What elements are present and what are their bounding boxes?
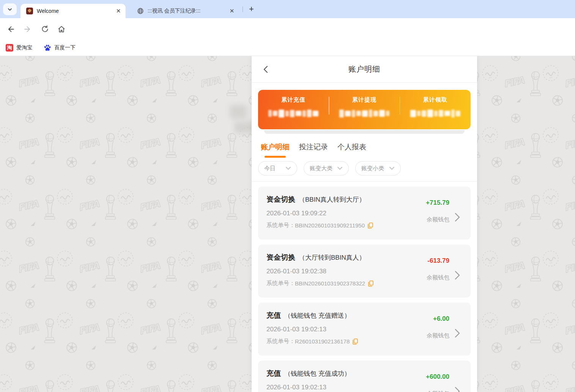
ball-pattern-icon — [125, 278, 140, 293]
row-chevron[interactable] — [449, 194, 465, 240]
card-stack-shadow — [264, 130, 465, 134]
chevron-down-icon — [389, 166, 395, 170]
browser-tab-betting-records[interactable]: :::视讯 会员下注纪录::: ✕ — [131, 4, 239, 18]
ball-pattern-icon — [489, 278, 504, 293]
badge-pattern-icon — [116, 187, 135, 207]
transaction-row[interactable]: 资金切换 （大厅转到BBIN真人） 2026-01-03 19:02:38 系统… — [258, 245, 471, 298]
order-number-value: BBIN202601031909211950 — [295, 222, 365, 229]
filter-major-type-select[interactable]: 账变大类 — [304, 161, 349, 176]
panel-header: 账户明细 — [252, 56, 477, 83]
tri-pattern-icon — [212, 160, 219, 165]
wallet-type: 余额钱包 — [401, 390, 449, 392]
close-icon[interactable]: ✕ — [228, 8, 235, 14]
ball-pattern-icon — [570, 359, 575, 372]
transaction-detail: （钱能钱包 充值赠送） — [284, 311, 351, 320]
ball-pattern-icon — [84, 359, 97, 372]
ball-pattern-icon — [186, 93, 200, 108]
transaction-detail: （钱能钱包 充值成功） — [284, 369, 351, 378]
bookmark-label: 百度一下 — [54, 44, 76, 51]
forward-button[interactable] — [22, 24, 33, 35]
copy-icon[interactable] — [368, 281, 373, 287]
ball-pattern-icon — [24, 359, 36, 372]
ball-pattern-icon — [125, 340, 140, 355]
summary-label: 累计领取 — [400, 96, 471, 103]
masked-amount — [336, 108, 393, 118]
ball-pattern-icon — [186, 278, 200, 293]
transaction-amount-block: +715.79 余额钱包 — [401, 194, 449, 240]
trophy-pattern-icon — [164, 379, 178, 392]
ball-pattern-icon — [509, 359, 522, 372]
trophy-pattern-icon — [43, 379, 57, 392]
transaction-info: 充值 （钱能钱包 充值成功） 2026-01-03 19:02:13 系统单号：… — [266, 368, 401, 392]
order-number-label: 系统单号： — [266, 280, 295, 287]
transaction-amount: +6.00 — [401, 315, 449, 323]
row-chevron[interactable] — [449, 368, 465, 392]
trophy-pattern-icon — [164, 193, 178, 222]
transaction-row[interactable]: 充值 （钱能钱包 充值成功） 2026-01-03 19:02:13 系统单号：… — [258, 361, 471, 392]
home-button[interactable] — [56, 24, 67, 35]
transaction-time: 2026-01-03 19:02:13 — [266, 384, 401, 391]
tab-divider — [243, 6, 243, 12]
back-chevron-button[interactable] — [260, 64, 271, 75]
baidu-paw-icon — [44, 44, 51, 52]
tab-bet-records[interactable]: 投注记录 — [299, 142, 328, 158]
badge-pattern-icon — [480, 372, 500, 392]
tri-pattern-icon — [212, 221, 219, 226]
bookmark-baidu[interactable]: 百度一下 — [44, 44, 76, 52]
transaction-row[interactable]: 资金切换 （BBIN真人转到大厅） 2026-01-03 19:09:22 系统… — [258, 187, 471, 240]
ball-pattern-icon — [550, 155, 565, 169]
filter-minor-type-select[interactable]: 账变小类 — [355, 161, 401, 176]
ball-pattern-icon — [509, 174, 522, 187]
tab-search-button[interactable] — [3, 3, 17, 15]
transaction-detail: （BBIN真人转到大厅） — [299, 195, 365, 204]
trophy-pattern-icon — [103, 255, 118, 284]
ball-pattern-icon — [24, 112, 36, 125]
ball-pattern-icon — [550, 216, 565, 231]
badge-pattern-icon — [176, 125, 196, 145]
copy-icon[interactable] — [353, 339, 358, 345]
trophy-pattern-icon — [103, 317, 118, 346]
badge-pattern-icon — [55, 372, 75, 392]
tab-account-detail[interactable]: 账户明细 — [261, 142, 290, 158]
badge-pattern-icon — [176, 249, 196, 268]
tri-pattern-icon — [30, 160, 36, 165]
row-chevron[interactable] — [449, 252, 465, 298]
tab-title: :::视讯 会员下注纪录::: — [148, 8, 225, 14]
browser-tab-welcome[interactable]: Welcome ✕ — [20, 4, 126, 18]
ball-pattern-icon — [206, 112, 219, 125]
trophy-pattern-icon — [103, 132, 118, 160]
wallet-type: 余额钱包 — [401, 274, 449, 281]
transaction-type: 充值 — [266, 368, 281, 378]
order-number-label: 系统单号： — [266, 338, 295, 345]
filter-label: 今日 — [264, 165, 276, 172]
trophy-pattern-icon — [43, 132, 57, 160]
tri-pattern-icon — [151, 98, 158, 103]
reload-button[interactable] — [39, 24, 50, 35]
tab-personal-report[interactable]: 个人报表 — [337, 142, 366, 158]
chevron-down-icon — [7, 7, 13, 12]
tri-pattern-icon — [151, 345, 158, 350]
transaction-row[interactable]: 充值 （钱能钱包 充值赠送） 2026-01-03 19:02:13 系统单号：… — [258, 303, 471, 356]
ball-pattern-icon — [570, 297, 575, 310]
tri-pattern-icon — [515, 98, 522, 103]
fifa-pattern-icon — [562, 196, 575, 214]
summary-divider — [400, 97, 400, 114]
summary-divider — [329, 97, 329, 114]
bookmark-label: 爱淘宝 — [16, 44, 32, 51]
new-tab-button[interactable]: + — [246, 4, 257, 14]
wallet-type: 余额钱包 — [401, 332, 449, 339]
filter-date-select[interactable]: 今日 — [258, 161, 297, 176]
trophy-pattern-icon — [225, 255, 239, 284]
tab-title: Welcome — [37, 8, 111, 14]
copy-icon[interactable] — [368, 223, 373, 229]
badge-pattern-icon — [0, 125, 14, 145]
bookmark-aitaobao[interactable]: 淘 爱淘宝 — [6, 44, 32, 52]
ball-pattern-icon — [570, 56, 575, 63]
back-button[interactable] — [5, 24, 16, 35]
ball-pattern-icon — [550, 278, 565, 293]
row-chevron[interactable] — [449, 310, 465, 356]
ball-pattern-icon — [24, 235, 36, 248]
chevron-down-icon — [337, 166, 343, 170]
ball-pattern-icon — [125, 93, 140, 108]
close-icon[interactable]: ✕ — [115, 8, 122, 14]
